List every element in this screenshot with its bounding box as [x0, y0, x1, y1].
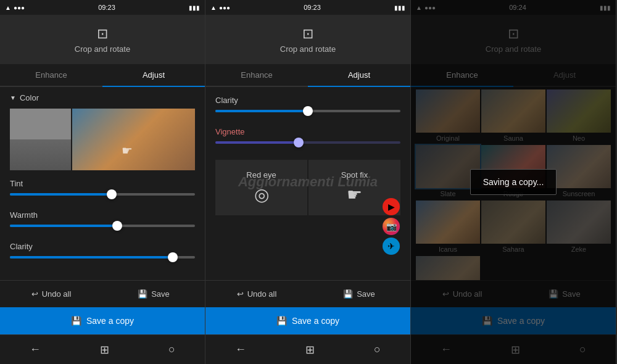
save-button-1[interactable]: 💾 Save: [102, 281, 205, 307]
telegram-icon: ✈: [383, 238, 400, 255]
crop-header-1: ⊡ Crop and rotate: [0, 15, 205, 64]
chevron-icon-1: ▼: [10, 94, 16, 101]
tint-slider-row-1: Tint: [0, 175, 205, 207]
save-copy-label-2: Save a copy: [292, 316, 339, 326]
spot-fix-label: Spot fix: [341, 170, 368, 180]
status-left-2: ▲ ●●●: [210, 4, 230, 11]
vignette-slider-row-2: Vignette: [205, 123, 410, 155]
time-1: 09:23: [98, 4, 115, 11]
undo-button-1[interactable]: ↩ Undo all: [0, 281, 102, 307]
status-right-2: ▮▮▮: [394, 4, 405, 11]
back-button-2[interactable]: ←: [223, 338, 259, 361]
save-copy-icon-2: 💾: [276, 316, 287, 326]
save-label-1: Save: [151, 289, 170, 299]
battery-icon-2: ▮▮▮: [394, 4, 405, 11]
wifi-icon-1: ▲: [5, 4, 11, 11]
clarity-label-1: Clarity: [10, 242, 195, 251]
tint-label-1: Tint: [10, 179, 195, 188]
crop-label-1: Crop and rotate: [75, 44, 130, 54]
save-copy-label-1: Save a copy: [86, 316, 134, 326]
bottom-bar-2: ↩ Undo all 💾 Save 💾 Save a copy: [205, 280, 410, 334]
back-button-1[interactable]: ←: [17, 338, 53, 361]
vignette-label-2: Vignette: [215, 127, 400, 136]
vignette-track-2[interactable]: [215, 141, 400, 144]
warmth-fill-1: [10, 225, 117, 227]
cursor-icon-1: ☛: [122, 143, 133, 158]
section-color-1: ▼ Color: [0, 87, 205, 106]
vignette-thumb-2[interactable]: [294, 138, 304, 147]
windows-button-1[interactable]: ⊞: [88, 338, 122, 362]
tab-adjust-1[interactable]: Adjust: [102, 64, 205, 86]
save-button-2[interactable]: 💾 Save: [308, 281, 410, 307]
tint-track-1[interactable]: [10, 193, 195, 196]
watermark-icons-2: ▶ 📷 ✈: [383, 198, 400, 255]
undo-button-2[interactable]: ↩ Undo all: [205, 281, 308, 307]
nav-bar-2: ← ⊞ ○: [205, 334, 410, 364]
spot-fix-icon: ☛: [347, 184, 362, 205]
save-copy-icon-1: 💾: [71, 316, 81, 326]
clarity-track-1[interactable]: [10, 256, 195, 259]
red-eye-icon: ◎: [254, 184, 269, 205]
status-bar-1: ▲ ●●● 09:23 ▮▮▮: [0, 0, 205, 15]
warmth-thumb-1[interactable]: [112, 221, 122, 231]
saving-box-3: Saving a copy...: [470, 169, 557, 195]
red-eye-tool[interactable]: Red eye ◎: [215, 160, 307, 215]
save-disk-icon-1: 💾: [138, 289, 147, 299]
thumb-main-1: ☛: [72, 109, 195, 170]
clarity-slider-row-1: Clarity: [0, 238, 205, 270]
clarity-thumb-2[interactable]: [303, 106, 313, 116]
saving-overlay-3: Saving a copy...: [411, 0, 616, 364]
warmth-track-1[interactable]: [10, 225, 195, 227]
clarity-thumb-1[interactable]: [168, 252, 178, 262]
clarity-label-2: Clarity: [215, 96, 400, 105]
battery-icon-1: ▮▮▮: [189, 4, 200, 11]
search-button-1[interactable]: ○: [156, 338, 188, 361]
vignette-fill-2: [215, 141, 299, 144]
warmth-label-1: Warmth: [10, 210, 195, 220]
tint-thumb-1[interactable]: [107, 189, 117, 199]
search-button-2[interactable]: ○: [362, 338, 393, 361]
tools-grid-2: Red eye ◎ Spot fix ☛: [215, 160, 400, 215]
panel-3: Saving a copy... ▲ ●●● 09:24 ▮▮▮ ⊡ Crop …: [411, 0, 616, 364]
tab-enhance-1[interactable]: Enhance: [0, 64, 102, 86]
red-eye-label: Red eye: [246, 170, 276, 180]
instagram-icon: 📷: [383, 218, 400, 235]
panel-2: Aggiornamenti Lumia ▶ 📷 ✈ ▲ ●●● 09:23 ▮▮…: [205, 0, 411, 364]
clarity-slider-row-2: Clarity: [205, 92, 410, 123]
content-1: ▼ Color ☛ Tint Warmth: [0, 87, 205, 280]
save-copy-button-1[interactable]: 💾 Save a copy: [0, 307, 205, 334]
tab-adjust-2[interactable]: Adjust: [308, 64, 410, 86]
save-label-2: Save: [357, 289, 375, 299]
tab-enhance-2[interactable]: Enhance: [205, 64, 308, 86]
status-bar-2: ▲ ●●● 09:23 ▮▮▮: [205, 0, 410, 15]
warmth-slider-row-1: Warmth: [0, 207, 205, 238]
clarity-track-2[interactable]: [215, 110, 400, 112]
clarity-fill-2: [215, 110, 308, 112]
signal-icon-2: ●●●: [219, 4, 230, 11]
undo-label-1: Undo all: [42, 289, 72, 299]
signal-icon-1: ●●●: [14, 4, 25, 11]
content-2: Clarity Vignette Red eye ◎ Spot fix ☛: [205, 87, 410, 280]
windows-button-2[interactable]: ⊞: [293, 338, 327, 362]
crop-icon-1: ⊡: [97, 26, 108, 42]
section-label-1: Color: [20, 93, 39, 102]
undo-icon-1: ↩: [31, 289, 38, 299]
bottom-actions-2: ↩ Undo all 💾 Save: [205, 280, 410, 307]
panel-1: ▲ ●●● 09:23 ▮▮▮ ⊡ Crop and rotate Enhanc…: [0, 0, 205, 364]
image-strip-1: ☛: [10, 109, 195, 170]
crop-icon-2: ⊡: [302, 26, 313, 42]
tint-fill-1: [10, 193, 112, 196]
undo-label-2: Undo all: [247, 289, 277, 299]
save-copy-button-2[interactable]: 💾 Save a copy: [205, 307, 410, 334]
nav-bar-1: ← ⊞ ○: [0, 334, 205, 364]
undo-icon-2: ↩: [237, 289, 244, 299]
bottom-bar-1: ↩ Undo all 💾 Save 💾 Save a copy: [0, 280, 205, 334]
save-disk-icon-2: 💾: [343, 289, 353, 299]
bottom-actions-1: ↩ Undo all 💾 Save: [0, 280, 205, 307]
time-2: 09:23: [304, 4, 321, 11]
thumb-gray-1: [10, 109, 71, 170]
tabs-1: Enhance Adjust: [0, 64, 205, 87]
clarity-fill-1: [10, 256, 173, 259]
wifi-icon-2: ▲: [210, 4, 217, 11]
status-left-1: ▲ ●●●: [5, 4, 25, 11]
